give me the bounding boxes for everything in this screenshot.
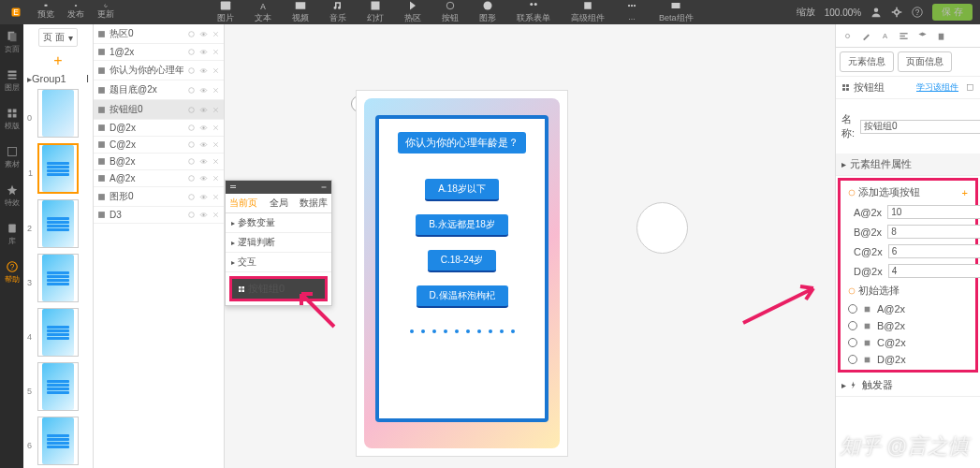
insert-beta[interactable]: Beta组件 xyxy=(659,0,694,24)
radio-row: C@2x xyxy=(842,334,973,351)
svg-point-44 xyxy=(202,126,204,128)
option-value-input[interactable] xyxy=(888,244,980,258)
svg-point-54 xyxy=(202,213,204,215)
layer-D3[interactable]: D3 xyxy=(94,207,224,224)
add-options-section[interactable]: 添加选项按钮+ xyxy=(842,183,973,202)
section-variables[interactable]: 参数变量 xyxy=(226,213,331,233)
layer-A@2x[interactable]: A@2x xyxy=(94,170,224,187)
option-d[interactable]: D.保温杯泡枸杞 xyxy=(417,285,508,308)
insert-slide[interactable]: 幻灯 xyxy=(367,0,384,24)
sidebar-layers[interactable]: 图层 xyxy=(5,66,20,95)
settings-icon[interactable] xyxy=(891,7,902,18)
layer-你认为你的心理年...[interactable]: 你认为你的心理年... xyxy=(94,61,224,80)
group-header[interactable]: ▸ Group1I xyxy=(23,71,93,86)
page-thumb-6[interactable]: 6 xyxy=(37,417,79,465)
prop-tab-layers[interactable] xyxy=(914,28,929,43)
design-canvas[interactable]: 你认为你的心理年龄是？ A.18岁以下 B.永远都是18岁 C.18-24岁 D… xyxy=(356,90,568,457)
layer-C@2x[interactable]: C@2x xyxy=(94,137,224,154)
page-selector[interactable]: 页 面▾ xyxy=(38,28,78,47)
section-logic[interactable]: 逻辑判断 xyxy=(226,233,331,253)
svg-rect-49 xyxy=(98,175,105,182)
page-thumb-0[interactable]: 0 xyxy=(37,89,79,138)
insert-advanced[interactable]: 高级组件 xyxy=(571,0,605,24)
insert-more[interactable]: ... xyxy=(625,0,638,24)
layer-D@2x[interactable]: D@2x xyxy=(94,120,224,137)
svg-rect-65 xyxy=(900,35,905,36)
expand-icon[interactable] xyxy=(966,83,974,92)
insert-music[interactable]: 音乐 xyxy=(329,0,346,24)
page-thumb-1[interactable]: 1 xyxy=(37,143,79,194)
prop-tab-text[interactable]: A xyxy=(877,28,892,43)
tab-global[interactable]: 全局 xyxy=(261,194,297,212)
init-select-section[interactable]: 初始选择 xyxy=(842,281,973,300)
layer-题目底@2x[interactable]: 题目底@2x xyxy=(94,80,224,100)
svg-rect-39 xyxy=(98,87,105,94)
svg-rect-28 xyxy=(12,114,16,118)
users-icon[interactable] xyxy=(870,7,882,18)
sidebar-pages[interactable]: 页面 xyxy=(5,28,20,57)
section-interaction[interactable]: 交互 xyxy=(226,253,331,272)
insert-shape[interactable]: 图形 xyxy=(479,0,496,24)
layer-热区0[interactable]: 热区0 xyxy=(94,24,224,44)
page-thumb-4[interactable]: 4 xyxy=(37,308,79,357)
props-header[interactable]: ▸ 元素组件属性 xyxy=(836,154,980,176)
insert-text[interactable]: A文本 xyxy=(255,0,271,24)
subtab-page[interactable]: 页面信息 xyxy=(898,51,952,72)
option-b[interactable]: B.永远都是18岁 xyxy=(416,214,508,237)
option-value-input[interactable] xyxy=(888,264,980,278)
prop-tab-settings[interactable] xyxy=(840,28,855,43)
insert-hotspot[interactable]: 热区 xyxy=(404,0,421,24)
svg-point-52 xyxy=(202,196,204,197)
prop-tab-delete[interactable] xyxy=(933,28,948,43)
circle-shape[interactable] xyxy=(636,202,688,254)
prop-tab-align[interactable] xyxy=(896,28,911,43)
trigger-section[interactable]: ▸ 触发器 xyxy=(836,374,980,397)
page-thumb-2[interactable]: 2 xyxy=(37,199,79,248)
option-value-input[interactable] xyxy=(887,225,980,239)
panel-header[interactable] xyxy=(226,181,331,194)
option-value-input[interactable] xyxy=(887,205,980,219)
svg-rect-3 xyxy=(221,2,231,10)
init-radio[interactable] xyxy=(848,304,857,314)
svg-point-7 xyxy=(446,2,454,9)
init-radio[interactable] xyxy=(848,355,857,364)
svg-rect-70 xyxy=(842,88,845,91)
publish-button[interactable]: 发布 xyxy=(67,4,84,21)
sidebar-effects[interactable]: 特效 xyxy=(5,182,20,211)
page-thumb-3[interactable]: 3 xyxy=(37,254,79,302)
sidebar-assets[interactable]: 素材 xyxy=(5,143,20,172)
save-button[interactable]: 保 存 xyxy=(932,4,973,21)
zoom-value[interactable]: 100.00% xyxy=(825,7,861,18)
prop-tab-edit[interactable] xyxy=(858,28,873,43)
option-c[interactable]: C.18-24岁 xyxy=(428,250,497,272)
canvas-area[interactable]: 你认为你的心理年龄是？ A.18岁以下 B.永远都是18岁 C.18-24岁 D… xyxy=(225,24,835,468)
insert-image[interactable]: 图片 xyxy=(217,0,234,24)
svg-rect-68 xyxy=(842,84,845,87)
layer-按钮组0[interactable]: 按钮组0 xyxy=(94,100,224,120)
preview-button[interactable]: 预览 xyxy=(37,4,54,21)
update-button[interactable]: 更新 xyxy=(97,4,114,21)
sidebar-templates[interactable]: 模版 xyxy=(5,105,20,134)
learn-link[interactable]: 学习该组件 xyxy=(916,81,958,94)
tab-current[interactable]: 当前页 xyxy=(226,194,261,212)
layer-图形0[interactable]: 图形0 xyxy=(94,187,224,207)
init-radio[interactable] xyxy=(848,321,857,330)
tab-database[interactable]: 数据库 xyxy=(296,194,331,212)
insert-form[interactable]: 联系表单 xyxy=(517,0,550,24)
insert-button[interactable]: 按钮 xyxy=(442,0,459,24)
logo-icon[interactable]: E xyxy=(7,4,24,21)
layers-panel: 热区01@2x你认为你的心理年...题目底@2x按钮组0D@2xC@2xB@2x… xyxy=(94,24,225,468)
add-page-button[interactable]: + xyxy=(53,52,62,69)
insert-video[interactable]: 视频 xyxy=(292,0,309,24)
name-input[interactable] xyxy=(860,120,980,134)
sidebar-help[interactable]: ?帮助 xyxy=(5,258,20,287)
help-icon[interactable]: ? xyxy=(912,7,923,18)
add-option-button[interactable]: + xyxy=(962,187,968,198)
page-thumb-5[interactable]: 5 xyxy=(37,362,79,411)
subtab-element[interactable]: 元素信息 xyxy=(840,51,894,72)
sidebar-library[interactable]: 库 xyxy=(7,220,18,249)
layer-B@2x[interactable]: B@2x xyxy=(94,154,224,170)
init-radio[interactable] xyxy=(848,338,857,347)
layer-1@2x[interactable]: 1@2x xyxy=(94,44,224,61)
option-a[interactable]: A.18岁以下 xyxy=(425,179,499,201)
